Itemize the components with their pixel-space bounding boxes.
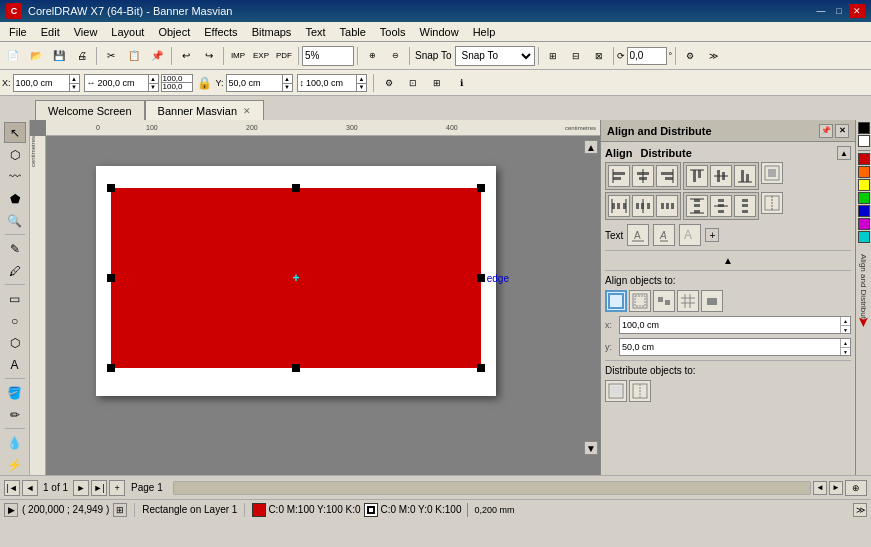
y-down[interactable]: ▼ (282, 83, 292, 91)
menu-effects[interactable]: Effects (197, 24, 244, 40)
paste-button[interactable]: 📌 (146, 45, 168, 67)
prop-extra-btn2[interactable]: ⊡ (402, 72, 424, 94)
h-scrollbar[interactable] (173, 481, 811, 495)
dist-to-extent-btn[interactable] (605, 380, 627, 402)
dist-bottom-btn[interactable] (734, 195, 756, 217)
scroll-right-btn[interactable]: ► (829, 481, 843, 495)
w-input[interactable]: 200,0 cm (98, 75, 148, 91)
page-last-btn[interactable]: ►| (91, 480, 107, 496)
cut-button[interactable]: ✂ (100, 45, 122, 67)
h-down[interactable]: ▼ (356, 83, 366, 91)
x-down[interactable]: ▼ (69, 83, 79, 91)
align-to-margins-btn[interactable] (629, 290, 651, 312)
shape-tool[interactable]: ⬡ (4, 144, 26, 165)
menu-window[interactable]: Window (413, 24, 466, 40)
eyedropper-tool[interactable]: 💧 (4, 432, 26, 453)
fill-tool[interactable]: 🪣 (4, 382, 26, 403)
align-to-selection-btn[interactable] (653, 290, 675, 312)
dist-right-btn[interactable] (656, 195, 678, 217)
smear-tool[interactable]: 〰 (4, 166, 26, 187)
menu-layout[interactable]: Layout (104, 24, 151, 40)
ellipse-tool[interactable]: ○ (4, 310, 26, 331)
align-right-btn[interactable] (656, 165, 678, 187)
handle-ml[interactable] (107, 274, 115, 282)
h-input[interactable]: 100,0 cm (306, 75, 356, 91)
y-field[interactable]: 50,0 cm ▲ ▼ (226, 74, 293, 92)
new-button[interactable]: 📄 (2, 45, 24, 67)
menu-view[interactable]: View (67, 24, 105, 40)
dist-top-btn[interactable] (686, 195, 708, 217)
open-button[interactable]: 📂 (25, 45, 47, 67)
align-center-v-btn[interactable] (710, 165, 732, 187)
handle-tm[interactable] (292, 184, 300, 192)
page-next-btn[interactable]: ► (73, 480, 89, 496)
prop-info-btn[interactable]: ℹ (450, 72, 472, 94)
y-coord-up[interactable]: ▲ (840, 339, 850, 347)
x-coord-field[interactable]: 100,0 cm ▲ ▼ (619, 316, 851, 334)
w-down[interactable]: ▼ (148, 83, 158, 91)
scroll-left-btn[interactable]: ◄ (813, 481, 827, 495)
text-tool[interactable]: A (4, 354, 26, 375)
align-to-grid-btn[interactable] (677, 290, 699, 312)
dist-center-h-btn[interactable] (632, 195, 654, 217)
panel-pin-btn[interactable]: 📌 (819, 124, 833, 138)
align-dist-vtab[interactable]: Align and Distribute (859, 254, 868, 323)
w-field[interactable]: ↔ 200,0 cm ▲ ▼ (84, 74, 159, 92)
color-black[interactable] (858, 122, 870, 134)
h-up[interactable]: ▲ (356, 75, 366, 83)
publish-button[interactable]: PDF (273, 45, 295, 67)
align-page-btn[interactable] (761, 162, 783, 184)
handle-tr[interactable] (477, 184, 485, 192)
handle-bm[interactable] (292, 364, 300, 372)
page-first-btn[interactable]: |◄ (4, 480, 20, 496)
x-spinner[interactable]: ▲ ▼ (69, 75, 79, 91)
menu-text[interactable]: Text (298, 24, 332, 40)
color-cyan[interactable] (858, 231, 870, 243)
color-white[interactable] (858, 135, 870, 147)
x-coord-up[interactable]: ▲ (840, 317, 850, 325)
status-more-btn[interactable]: ≫ (853, 503, 867, 517)
y-coord-down[interactable]: ▼ (840, 347, 850, 355)
maximize-button[interactable]: □ (831, 4, 847, 18)
text-align-btn2[interactable]: A (653, 224, 675, 246)
scroll-up-btn[interactable]: ▲ (584, 140, 598, 154)
collapse-btn[interactable]: ▲ (723, 255, 733, 266)
undo-button[interactable]: ↩ (175, 45, 197, 67)
menu-edit[interactable]: Edit (34, 24, 67, 40)
y-spinner[interactable]: ▲ ▼ (282, 75, 292, 91)
dist-left-btn[interactable] (608, 195, 630, 217)
align-left-btn[interactable] (608, 165, 630, 187)
handle-mr[interactable] (477, 274, 485, 282)
options-btn[interactable]: ⚙ (679, 45, 701, 67)
text-align-btn3[interactable]: A (679, 224, 701, 246)
zoom-out-btn[interactable]: ⊖ (384, 45, 406, 67)
x-input[interactable]: 100,0 cm (14, 75, 69, 91)
color-yellow[interactable] (858, 179, 870, 191)
titlebar-controls[interactable]: — □ ✕ (813, 4, 865, 18)
freehand-tool[interactable]: ✎ (4, 238, 26, 259)
dynamic-btn[interactable]: ⊠ (588, 45, 610, 67)
color-green[interactable] (858, 192, 870, 204)
panel-tab-btn1[interactable]: ▲ (837, 146, 851, 160)
add-page-btn[interactable]: + (109, 480, 125, 496)
menu-table[interactable]: Table (333, 24, 373, 40)
interactive-tool[interactable]: ⚡ (4, 454, 26, 475)
outline-color-indicator[interactable] (364, 503, 378, 517)
smart-draw-tool[interactable]: 🖊 (4, 260, 26, 281)
scroll-down-btn[interactable]: ▼ (584, 441, 598, 455)
y-coord-field[interactable]: 50,0 cm ▲ ▼ (619, 338, 851, 356)
crop-tool[interactable]: ⬟ (4, 188, 26, 209)
export-button[interactable]: EXP (250, 45, 272, 67)
snap-to-select[interactable]: Snap To (455, 46, 535, 66)
handle-br[interactable] (477, 364, 485, 372)
guide-btn[interactable]: ⊟ (565, 45, 587, 67)
canvas-page[interactable]: + edge (96, 166, 496, 396)
dist-center-v-btn[interactable] (710, 195, 732, 217)
lock-icon[interactable]: 🔒 (197, 76, 212, 90)
red-rectangle[interactable]: + edge (111, 188, 481, 368)
tab-welcome[interactable]: Welcome Screen (35, 100, 145, 120)
menu-bitmaps[interactable]: Bitmaps (245, 24, 299, 40)
w-pct-input[interactable]: 100,0 (161, 74, 193, 83)
zoom-in-btn[interactable]: ⊕ (361, 45, 383, 67)
align-top-btn[interactable] (686, 165, 708, 187)
